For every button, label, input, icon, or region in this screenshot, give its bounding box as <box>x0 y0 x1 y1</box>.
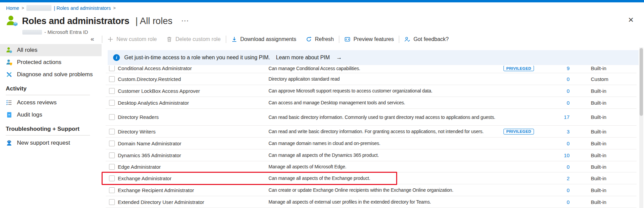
role-name-link[interactable]: Directory Readers <box>118 114 269 120</box>
breadcrumb-home-link[interactable]: Home <box>6 5 19 11</box>
scrollbar-thumb[interactable] <box>640 48 643 116</box>
assignment-count-link[interactable]: 0 <box>567 88 570 94</box>
assignment-count-link[interactable]: 0 <box>567 141 570 146</box>
count-cell: 0 <box>534 100 576 106</box>
table-row: Custom.Directory.RestrictedDirectory app… <box>106 73 637 85</box>
row-checkbox[interactable] <box>109 114 115 120</box>
download-assignments-button[interactable]: Download assignments <box>227 36 301 42</box>
role-type: Built-in <box>576 152 637 158</box>
role-type: Built-in <box>576 100 637 106</box>
sidebar-item-label: Access reviews <box>17 99 57 106</box>
assignment-count-link[interactable]: 0 <box>567 187 570 193</box>
delete-custom-role-button[interactable]: Delete custom role <box>162 36 225 42</box>
more-actions-button[interactable]: ··· <box>181 18 189 24</box>
refresh-icon <box>306 36 312 42</box>
roles-administrators-icon <box>5 15 18 27</box>
role-name-link[interactable]: Domain Name Administrator <box>118 141 269 146</box>
assignment-count-link[interactable]: 9 <box>567 66 570 71</box>
row-checkbox[interactable] <box>109 199 115 205</box>
role-name-link[interactable]: Exchange Recipient Administrator <box>118 187 269 193</box>
assignment-count-link[interactable]: 0 <box>567 164 570 170</box>
assignment-count-link[interactable]: 2 <box>567 175 570 181</box>
protected-actions-icon <box>6 59 13 66</box>
role-type: Built-in <box>576 66 637 71</box>
role-name-link[interactable]: Custom.Directory.Restricted <box>118 76 269 82</box>
badge-cell: PRIVILEGED <box>504 66 534 71</box>
breadcrumb-current-link[interactable]: | Roles and administrators <box>54 5 111 11</box>
count-cell: 0 <box>534 88 576 94</box>
role-name-link[interactable]: Conditional Access Administrator <box>118 66 269 71</box>
table-row: Exchange AdministratorCan manage all asp… <box>106 172 637 184</box>
refresh-button[interactable]: Refresh <box>301 36 339 42</box>
row-checkbox[interactable] <box>109 88 115 94</box>
role-type: Built-in <box>576 88 637 94</box>
vertical-scrollbar[interactable] <box>639 47 643 208</box>
table-row: Directory WritersCan read and write basi… <box>106 126 637 138</box>
role-type: Built-in <box>576 175 637 181</box>
access-reviews-icon <box>6 99 13 106</box>
role-description: Can approve Microsoft support requests t… <box>269 87 504 94</box>
role-description: Directory applicaiton standard read <box>269 76 504 82</box>
new-custom-role-button[interactable]: New custom role <box>103 36 162 42</box>
sidebar-item-access-reviews[interactable]: Access reviews <box>0 97 102 109</box>
role-description: Can read basic directory information. Co… <box>269 114 504 121</box>
got-feedback-button[interactable]: Got feedback? <box>400 36 453 42</box>
role-name-link[interactable]: Directory Writers <box>118 129 269 134</box>
assignment-count-link[interactable]: 17 <box>564 114 570 120</box>
assignment-count-link[interactable]: 3 <box>567 129 570 134</box>
sidebar-item-all-roles[interactable]: All roles <box>0 44 102 56</box>
role-description: Can create or update Exchange Online rec… <box>269 187 504 193</box>
row-checkbox[interactable] <box>109 100 115 106</box>
table-row: Directory ReadersCan read basic director… <box>106 109 637 126</box>
toolbar-button-label: New custom role <box>116 36 157 42</box>
role-name-link[interactable]: Extended Directory User Administrator <box>118 199 269 205</box>
table-row: Extended Directory User AdministratorMan… <box>106 196 637 208</box>
banner-message: Get just-in-time access to a role when y… <box>124 55 272 61</box>
row-checkbox[interactable] <box>109 141 115 146</box>
role-name-link[interactable]: Exchange Administrator <box>118 175 269 181</box>
role-type: Built-in <box>576 187 637 193</box>
role-name-link[interactable]: Desktop Analytics Administrator <box>118 100 269 106</box>
roles-table: Conditional Access AdministratorCan mana… <box>106 66 637 208</box>
row-checkbox[interactable] <box>109 152 115 158</box>
arrow-right-icon: → <box>336 54 342 61</box>
info-icon: i <box>113 54 120 61</box>
toolbar-separator <box>399 36 399 43</box>
table-row: Customer LockBox Access ApproverCan appr… <box>106 85 637 97</box>
audit-logs-icon <box>6 111 13 118</box>
row-checkbox[interactable] <box>109 76 115 82</box>
sidebar-item-diagnose[interactable]: Diagnose and solve problems <box>0 68 102 81</box>
checkbox-cell <box>106 175 118 181</box>
sidebar-item-new-support-request[interactable]: New support request <box>0 137 102 149</box>
collapse-menu-icon[interactable]: « <box>90 35 94 43</box>
role-name-link[interactable]: Edge Administrator <box>118 164 269 170</box>
role-type: Built-in <box>576 164 637 170</box>
blade-content: New custom role Delete custom role Downl… <box>102 33 644 208</box>
pim-learn-more-link[interactable]: Learn more about PIM <box>276 55 330 61</box>
row-checkbox[interactable] <box>109 187 115 193</box>
row-checkbox[interactable] <box>109 129 115 134</box>
role-name-link[interactable]: Dynamics 365 Administrator <box>118 152 269 158</box>
assignment-count-link[interactable]: 0 <box>567 76 570 82</box>
assignment-count-link[interactable]: 0 <box>567 100 570 106</box>
sidebar-item-audit-logs[interactable]: Audit logs <box>0 109 102 121</box>
assignment-count-link[interactable]: 0 <box>567 199 570 205</box>
sidebar-item-label: Protected actions <box>17 59 61 66</box>
checkbox-cell <box>106 100 118 106</box>
toolbar-separator <box>102 36 102 43</box>
count-cell: 9 <box>534 66 576 71</box>
role-type: Built-in <box>576 141 637 146</box>
close-icon[interactable]: ✕ <box>628 16 634 24</box>
sidebar-item-protected-actions[interactable]: Protected actions <box>0 56 102 68</box>
role-description: Can access and manage Desktop management… <box>269 99 504 106</box>
row-checkbox[interactable] <box>109 66 115 71</box>
title-row: Roles and administrators | All roles ··· <box>5 15 189 27</box>
role-name-link[interactable]: Customer LockBox Access Approver <box>118 88 269 94</box>
row-checkbox[interactable] <box>109 164 115 170</box>
role-description: Can read and write basic directory infor… <box>269 128 504 135</box>
role-description: Manage all aspects of external user prof… <box>269 199 504 205</box>
row-checkbox[interactable] <box>109 175 115 181</box>
preview-features-button[interactable]: Preview features <box>340 36 399 42</box>
table-row: Edge AdministratorManage all aspects of … <box>106 161 637 172</box>
assignment-count-link[interactable]: 10 <box>564 152 570 158</box>
